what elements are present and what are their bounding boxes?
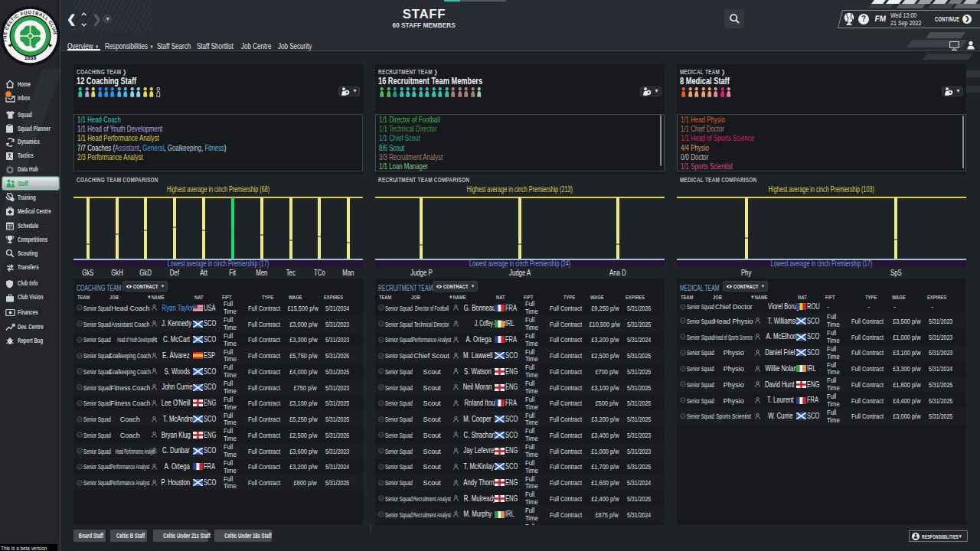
svg-text:1888: 1888 [24, 55, 37, 60]
